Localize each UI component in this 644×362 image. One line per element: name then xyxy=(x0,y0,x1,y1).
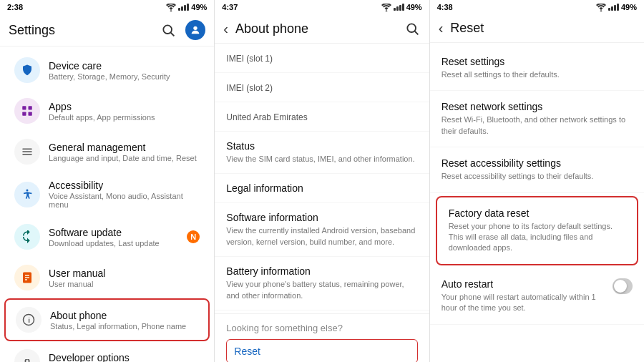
settings-item-general[interactable]: General management Language and input, D… xyxy=(4,132,210,172)
svg-rect-4 xyxy=(29,106,32,109)
svg-rect-3 xyxy=(22,106,26,109)
auto-restart-row: Auto restart Your phone will restart aut… xyxy=(441,278,633,314)
reset-network-item[interactable]: Reset network settings Reset Wi-Fi, Blue… xyxy=(430,91,644,147)
settings-item-software-update[interactable]: Software update Download updates, Last u… xyxy=(4,217,210,257)
software-update-title: Software update xyxy=(49,227,187,238)
settings-item-developer[interactable]: {} Developer options Developer options xyxy=(4,342,210,362)
wifi-icon xyxy=(166,4,176,11)
svg-line-14 xyxy=(414,31,418,35)
about-legal-info[interactable]: Legal information xyxy=(215,174,429,203)
settings-list: Device care Battery, Storage, Memory, Se… xyxy=(0,47,214,362)
looking-section: Looking for something else? Reset Contac… xyxy=(215,313,429,362)
device-care-sub: Battery, Storage, Memory, Security xyxy=(49,72,200,81)
svg-text:i: i xyxy=(28,316,30,324)
svg-point-13 xyxy=(407,24,416,32)
reset-header-title: Reset xyxy=(450,21,484,36)
search-icon[interactable] xyxy=(160,21,177,39)
looking-title: Looking for something else? xyxy=(226,323,417,333)
user-manual-icon xyxy=(14,265,40,290)
settings-item-about-phone[interactable]: i About phone Status, Legal information,… xyxy=(4,298,210,341)
about-phone-header-title: About phone xyxy=(235,21,308,36)
status-icons-1: 49% xyxy=(166,3,207,11)
time-3: 4:38 xyxy=(437,3,453,11)
about-phone-header: ‹ About phone xyxy=(215,14,429,44)
user-manual-title: User manual xyxy=(49,268,200,279)
battery-1: 49% xyxy=(191,3,207,11)
auto-restart-toggle[interactable] xyxy=(613,278,633,294)
about-imei-slot1[interactable]: IMEI (slot 1) xyxy=(215,44,429,73)
developer-title: Developer options xyxy=(49,352,200,363)
about-country[interactable]: United Arab Emirates xyxy=(215,102,429,132)
status-bar-3: 4:38 49% xyxy=(430,0,644,14)
about-phone-list: IMEI (slot 1) IMEI (slot 2) United Arab … xyxy=(215,44,429,362)
settings-item-user-manual[interactable]: User manual User manual xyxy=(4,258,210,298)
about-phone-text: About phone Status, Legal information, P… xyxy=(50,310,198,331)
software-update-badge: N xyxy=(187,230,200,243)
settings-item-apps[interactable]: Apps Default apps, App permissions xyxy=(4,91,210,131)
svg-rect-9 xyxy=(22,154,32,155)
status-bar-2: 4:37 49% xyxy=(215,0,429,14)
apps-icon xyxy=(14,98,40,124)
reset-accessibility-item[interactable]: Reset accessibility settings Reset acces… xyxy=(430,147,644,192)
back-icon-3[interactable]: ‹ xyxy=(439,20,444,36)
header-icons xyxy=(160,20,205,40)
svg-line-1 xyxy=(171,33,175,36)
reset-link[interactable]: Reset xyxy=(226,339,417,362)
reset-settings-item[interactable]: Reset settings Reset all settings to the… xyxy=(430,46,644,91)
settings-title: Settings xyxy=(9,23,55,38)
about-status[interactable]: Status View the SIM card status, IMEI, a… xyxy=(215,132,429,174)
developer-icon: {} xyxy=(14,349,40,362)
about-software-info[interactable]: Software information View the currently … xyxy=(215,203,429,257)
general-icon xyxy=(14,139,40,165)
svg-point-2 xyxy=(194,26,197,30)
svg-rect-5 xyxy=(22,112,26,116)
device-care-title: Device care xyxy=(49,60,200,72)
about-battery-info[interactable]: Battery information View your phone's ba… xyxy=(215,257,429,310)
reset-list: Reset settings Reset all settings to the… xyxy=(430,43,644,362)
accessibility-icon xyxy=(14,182,40,207)
accessibility-title: Accessibility xyxy=(49,180,200,191)
general-text: General management Language and input, D… xyxy=(49,142,200,162)
svg-point-0 xyxy=(164,25,172,34)
reset-header: ‹ Reset xyxy=(430,14,644,43)
svg-rect-8 xyxy=(22,151,32,152)
about-phone-panel: 4:37 49% ‹ About phone IMEI (slot 1) IME… xyxy=(215,0,429,362)
factory-reset-item[interactable]: Factory data reset Reset your phone to i… xyxy=(436,196,638,265)
about-imei-slot2[interactable]: IMEI (slot 2) xyxy=(215,73,429,102)
general-sub: Language and input, Date and time, Reset xyxy=(49,154,200,162)
battery-3: 49% xyxy=(621,3,637,11)
time-2: 4:37 xyxy=(222,3,238,11)
software-update-text: Software update Download updates, Last u… xyxy=(49,227,187,248)
software-update-sub: Download updates, Last update xyxy=(49,239,187,248)
general-title: General management xyxy=(49,142,200,153)
device-care-text: Device care Battery, Storage, Memory, Se… xyxy=(49,60,200,81)
time-1: 2:38 xyxy=(7,3,23,11)
search-icon-2[interactable] xyxy=(404,20,421,37)
auto-restart-text: Auto restart Your phone will restart aut… xyxy=(441,278,613,314)
settings-item-accessibility[interactable]: Accessibility Voice Assistant, Mono audi… xyxy=(4,172,210,216)
avatar[interactable] xyxy=(185,20,205,40)
about-phone-title: About phone xyxy=(50,310,198,321)
accessibility-text: Accessibility Voice Assistant, Mono audi… xyxy=(49,180,200,209)
reset-panel: 4:38 49% ‹ Reset Reset settings Reset al… xyxy=(430,0,644,362)
status-bar-1: 2:38 49% xyxy=(0,0,214,14)
back-icon-2[interactable]: ‹ xyxy=(223,21,228,37)
apps-title: Apps xyxy=(49,101,200,112)
settings-item-device-care[interactable]: Device care Battery, Storage, Memory, Se… xyxy=(4,50,210,90)
svg-point-10 xyxy=(26,189,29,191)
accessibility-sub: Voice Assistant, Mono audio, Assistant m… xyxy=(49,192,200,209)
user-manual-sub: User manual xyxy=(49,280,200,288)
auto-restart-item[interactable]: Auto restart Your phone will restart aut… xyxy=(430,268,644,325)
status-icons-2: 49% xyxy=(381,3,422,11)
svg-rect-6 xyxy=(29,112,32,116)
signal-icon-2 xyxy=(394,4,404,11)
signal-icon xyxy=(178,4,189,11)
wifi-icon-2 xyxy=(381,4,391,11)
about-phone-icon: i xyxy=(16,307,42,333)
about-phone-sub: Status, Legal information, Phone name xyxy=(50,322,198,331)
battery-2: 49% xyxy=(406,3,422,11)
developer-text: Developer options Developer options xyxy=(49,352,200,363)
settings-panel: 2:38 49% Settings xyxy=(0,0,215,362)
signal-icon-3 xyxy=(608,4,619,11)
svg-rect-7 xyxy=(22,149,32,150)
